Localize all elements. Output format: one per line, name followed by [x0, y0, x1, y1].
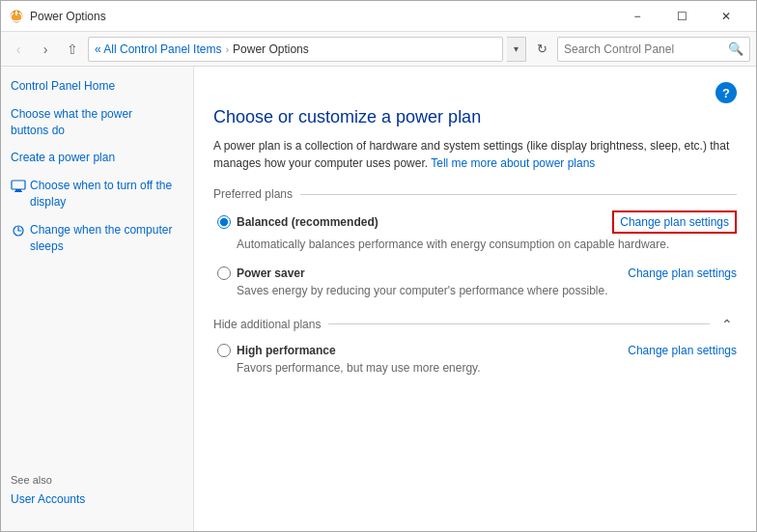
learn-more-link[interactable]: Tell me more about power plans	[431, 156, 595, 170]
plan-balanced-name: Balanced (recommended)	[237, 215, 378, 229]
preferred-plans-label: Preferred plans	[213, 187, 293, 201]
plan-high-performance-header: High performance Change plan settings	[217, 344, 737, 357]
change-plan-balanced-link[interactable]: Change plan settings	[612, 210, 737, 234]
sidebar-display-off[interactable]: Choose when to turn off the display	[30, 178, 183, 210]
window: Power Options − ☐ ✕ ‹ › ⇧ « All Control …	[0, 0, 757, 532]
plan-high-performance-name: High performance	[237, 344, 336, 357]
address-field[interactable]: « All Control Panel Items › Power Option…	[88, 37, 503, 62]
page-description: A power plan is a collection of hardware…	[213, 137, 737, 172]
collapse-additional-plans-button[interactable]: ⌃	[717, 315, 737, 334]
close-button[interactable]: ✕	[704, 1, 748, 32]
sidebar-computer-sleep[interactable]: Change when the computer sleeps	[30, 222, 183, 255]
breadcrumb: « All Control Panel Items › Power Option…	[95, 42, 496, 56]
plan-power-saver-radio[interactable]	[217, 266, 231, 280]
plan-power-saver-desc: Saves energy by reducing your computer's…	[217, 283, 737, 299]
minimize-button[interactable]: −	[615, 1, 659, 32]
change-plan-power-saver-link[interactable]: Change plan settings	[628, 266, 737, 280]
sidebar-sleep-container: Change when the computer sleeps	[11, 222, 183, 255]
additional-plans-line	[328, 323, 710, 324]
plan-power-saver-label[interactable]: Power saver	[217, 266, 305, 280]
preferred-plans-section: Preferred plans Balanced (recommended) C…	[213, 187, 737, 299]
help-button[interactable]: ?	[715, 82, 737, 103]
window-title: Power Options	[30, 10, 615, 23]
display-icon	[11, 179, 26, 194]
additional-plans-header: Hide additional plans ⌃	[213, 315, 737, 334]
sidebar-user-accounts[interactable]: User Accounts	[11, 491, 183, 508]
window-controls: − ☐ ✕	[615, 1, 748, 32]
svg-rect-1	[15, 11, 17, 15]
main-panel: ? Choose or customize a power plan A pow…	[194, 67, 756, 531]
address-dropdown[interactable]: ▾	[507, 37, 526, 62]
preferred-plans-header: Preferred plans	[213, 187, 737, 201]
plan-balanced-radio[interactable]	[217, 215, 231, 229]
plan-balanced-desc: Automatically balances performance with …	[217, 237, 737, 253]
plan-high-performance-radio[interactable]	[217, 344, 231, 357]
breadcrumb-all-items[interactable]: « All Control Panel Items	[95, 42, 221, 56]
search-input[interactable]	[558, 42, 722, 56]
power-options-icon	[9, 9, 24, 24]
sidebar-control-panel-home[interactable]: Control Panel Home	[11, 78, 183, 95]
address-bar: ‹ › ⇧ « All Control Panel Items › Power …	[1, 32, 756, 67]
plan-power-saver-header: Power saver Change plan settings	[217, 266, 737, 280]
sidebar: Control Panel Home Choose what the power…	[1, 67, 194, 531]
additional-plans-section: Hide additional plans ⌃ High performance…	[213, 315, 737, 377]
svg-rect-4	[14, 191, 22, 192]
hide-plans-label: Hide additional plans	[213, 318, 321, 331]
restore-button[interactable]: ☐	[659, 1, 704, 32]
see-also: See also User Accounts	[11, 464, 183, 519]
svg-rect-2	[12, 181, 25, 189]
preferred-plans-line	[300, 194, 737, 195]
refresh-button[interactable]: ↻	[530, 38, 553, 61]
plan-row-high-performance: High performance Change plan settings Fa…	[213, 344, 737, 377]
sleep-icon	[11, 223, 26, 238]
plan-balanced-header: Balanced (recommended) Change plan setti…	[217, 210, 737, 234]
see-also-label: See also	[11, 474, 183, 486]
sidebar-power-buttons[interactable]: Choose what the powerbuttons do	[11, 106, 183, 139]
plan-high-performance-desc: Favors performance, but may use more ene…	[217, 360, 737, 377]
back-button[interactable]: ‹	[7, 38, 30, 61]
content-area: Control Panel Home Choose what the power…	[1, 67, 756, 531]
svg-rect-3	[15, 189, 21, 191]
plan-row-power-saver: Power saver Change plan settings Saves e…	[213, 266, 737, 299]
plan-row-balanced: Balanced (recommended) Change plan setti…	[213, 210, 737, 253]
plan-power-saver-name: Power saver	[237, 266, 305, 280]
search-box[interactable]: 🔍	[557, 37, 750, 62]
sidebar-create-plan[interactable]: Create a power plan	[11, 150, 183, 166]
title-bar: Power Options − ☐ ✕	[1, 1, 756, 32]
breadcrumb-current: Power Options	[233, 42, 309, 56]
plan-balanced-label[interactable]: Balanced (recommended)	[217, 215, 378, 229]
forward-button[interactable]: ›	[34, 38, 57, 61]
breadcrumb-separator: ›	[225, 43, 229, 55]
search-button[interactable]: 🔍	[722, 37, 749, 62]
change-plan-high-performance-link[interactable]: Change plan settings	[628, 344, 737, 357]
up-button[interactable]: ⇧	[61, 38, 84, 61]
page-title: Choose or customize a power plan	[213, 107, 737, 127]
sidebar-display-off-container: Choose when to turn off the display	[11, 178, 183, 210]
plan-high-performance-label[interactable]: High performance	[217, 344, 336, 357]
